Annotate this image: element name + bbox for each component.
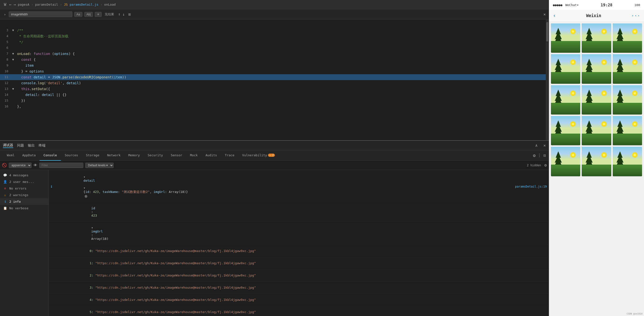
console-entry-detail[interactable]: ℹ ▾ detail ▾ {id: 423, taskName: "测试数量提示… [49, 171, 549, 202]
photo-thumb-11[interactable] [613, 116, 642, 145]
console-output[interactable]: ℹ ▾ detail ▾ {id: 423, taskName: "测试数量提示… [49, 170, 549, 316]
search-input[interactable] [9, 11, 72, 17]
toolbar-terminal[interactable]: 终端 [38, 143, 46, 148]
photo-thumb-14[interactable] [613, 147, 642, 176]
console-clear-icon[interactable]: 🚫 [2, 163, 7, 168]
photo-thumb-8[interactable] [613, 85, 642, 114]
search-case-sensitive-button[interactable]: Aa [74, 12, 82, 17]
search-regex-button[interactable]: ✳ [95, 12, 102, 17]
console-array-item-1: 1: "https://cdn.jsdelivr.net/gh/Kuka-ze/… [49, 257, 549, 269]
console-array-item-5: 5: "https://cdn.jsdelivr.net/gh/Kuka-ze/… [49, 306, 549, 316]
phone-chat-title: Weixin [586, 13, 601, 18]
breadcrumb-bar: W ← → pagesA › paramsDetail › JS paramsD… [0, 0, 549, 9]
photo-thumb-9[interactable] [551, 116, 580, 145]
photo-thumb-10[interactable] [582, 116, 611, 145]
photo-thumb-13[interactable] [582, 147, 611, 176]
tab-mock[interactable]: Mock [186, 150, 202, 161]
console-levels-selector[interactable]: Default levels ▾ [85, 163, 114, 168]
nav-forward-button[interactable]: ← [9, 2, 12, 7]
sidebar-verbose[interactable]: 📋 No verbose [0, 205, 48, 212]
code-line-16: 16 }, [0, 103, 549, 109]
tab-memory[interactable]: Memory [124, 150, 144, 161]
toolbar-output[interactable]: 输出 [28, 143, 35, 148]
service-selector[interactable]: appservice [9, 163, 32, 168]
photo-thumb-4[interactable] [582, 54, 611, 83]
tab-appdata[interactable]: AppData [18, 150, 40, 161]
sidebar-warnings[interactable]: ⚠ 2 warnings [0, 192, 48, 198]
phone-back-button[interactable]: ‹ [553, 12, 556, 18]
code-line-9: 9 item [0, 62, 549, 68]
phone-status-bar: ●●●●● WeChat▾ 19:28 100 [549, 0, 644, 10]
devtools-close-button[interactable]: ✕ [543, 143, 546, 148]
phone-photo-grid [549, 21, 644, 316]
code-line-6: 6 [0, 45, 549, 51]
code-line-13: 13 ▼ this.setData({ [0, 86, 549, 92]
expand-imgurl-icon[interactable]: ▾ [91, 226, 93, 230]
devtools-expand-icon[interactable]: ⊡ [543, 153, 546, 158]
console-filter-input[interactable] [39, 163, 83, 168]
tab-audits[interactable]: Audits [202, 150, 221, 161]
tab-console[interactable]: Console [40, 150, 61, 161]
sidebar-no-errors[interactable]: ⊘ No errors [0, 185, 48, 192]
breadcrumb-pages[interactable]: pagesA [18, 3, 29, 6]
search-down-button[interactable]: ↓ [122, 12, 125, 16]
search-close-button[interactable]: ✕ [543, 12, 546, 16]
code-line-12: 12 console.log('detail', detail) [0, 80, 549, 86]
console-gear-icon[interactable]: ⚙ [544, 163, 547, 168]
code-editor: 3 ▼ /** 4 * 生命周期函数--监听页面加载 5 */ [0, 19, 549, 140]
code-scrollbar[interactable] [546, 19, 549, 140]
info-icon: ℹ [3, 200, 7, 203]
tab-trace[interactable]: Trace [221, 150, 238, 161]
info-badge: i [84, 195, 88, 198]
code-line-3: 3 ▼ /** [0, 27, 549, 33]
search-expand-icon[interactable]: › [3, 12, 7, 16]
search-menu-button[interactable]: ≡ [128, 12, 131, 17]
devtools-collapse-button[interactable]: ∧ [535, 143, 538, 148]
phone-more-button[interactable]: ··· [631, 13, 640, 18]
tab-vulnerability[interactable]: Vulnerability ⚠ 2 [238, 150, 279, 161]
expand-detail-icon[interactable]: ▾ [84, 175, 86, 179]
console-array-item-0: 0: "https://cdn.jsdelivr.net/gh/Kuka-ze/… [49, 245, 549, 257]
tab-network[interactable]: Network [103, 150, 124, 161]
tab-sources[interactable]: Sources [61, 150, 82, 161]
code-line-11: 11 const detail = JSON.parse(decodeURICo… [0, 74, 549, 80]
breadcrumb-file[interactable]: paramsDetail.js [70, 3, 98, 6]
verbose-icon: 📋 [3, 206, 7, 210]
photo-thumb-1[interactable] [582, 23, 611, 53]
photo-thumb-5[interactable] [613, 54, 642, 83]
console-eye-icon[interactable]: 👁 [34, 163, 38, 168]
photo-thumb-3[interactable] [551, 54, 580, 83]
nav-forward-btn2[interactable]: → [14, 2, 16, 7]
tab-wxml[interactable]: Wxml [3, 150, 18, 161]
code-line-8: 8 ▼ const { [0, 57, 549, 62]
vulnerability-badge: ⚠ 2 [268, 154, 275, 157]
photo-thumb-6[interactable] [551, 85, 580, 114]
console-sidebar: 💬 4 messages 👤 2 user mes... ⊘ No errors… [0, 170, 49, 316]
phone-nav-bar: ‹ Weixin ··· [549, 10, 644, 21]
sidebar-info[interactable]: ℹ 2 info [0, 198, 48, 205]
search-whole-word-button[interactable]: Ab| [84, 12, 93, 17]
breadcrumb-function: onLoad [104, 3, 116, 6]
code-line-4: 4 * 生命周期函数--监听页面加载 [0, 33, 549, 39]
photo-thumb-0[interactable] [551, 23, 580, 53]
sidebar-user-messages[interactable]: 👤 2 user mes... [0, 179, 48, 185]
nav-back-button[interactable]: W [4, 2, 6, 7]
photo-thumb-2[interactable] [613, 23, 642, 53]
photo-thumb-12[interactable] [551, 147, 580, 176]
devtools-settings-icon[interactable]: ⚙ [533, 153, 536, 158]
code-line-14: 14 detail: detail || {} [0, 92, 549, 98]
console-file-link[interactable]: paramsDetail.js:19 [515, 185, 547, 188]
toolbar-debugger[interactable]: 调试器 [3, 143, 13, 148]
devtools-more-icon[interactable]: ⋮ [538, 153, 542, 158]
code-line-10: 10 } = options [0, 68, 549, 74]
console-imgurl-field[interactable]: ▾ imgUrl : Array(18) [49, 222, 549, 245]
tab-security[interactable]: Security [144, 150, 167, 161]
toolbar-issues[interactable]: 问题 [17, 143, 24, 148]
tab-sensor[interactable]: Sensor [167, 150, 186, 161]
search-up-button[interactable]: ↑ [118, 12, 120, 16]
sidebar-all-messages[interactable]: 💬 4 messages [0, 172, 48, 179]
breadcrumb-detail[interactable]: paramsDetail [35, 3, 58, 6]
photo-thumb-7[interactable] [582, 85, 611, 114]
devtools-toolbar: 调试器 问题 输出 终端 ∧ ✕ [0, 141, 549, 150]
tab-storage[interactable]: Storage [82, 150, 103, 161]
